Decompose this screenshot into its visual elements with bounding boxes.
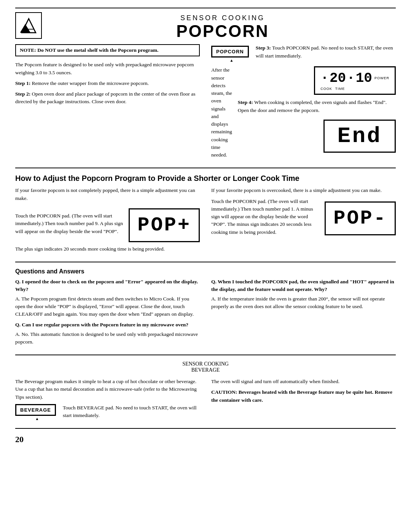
adjust-grid: If your favorite popcorn is not complete… — [15, 187, 396, 256]
beverage-caution: CAUTION: Beverages heated with the Bever… — [211, 388, 396, 404]
title-area: SENSOR COOKING POPCORN — [49, 12, 396, 40]
header: SENSOR COOKING POPCORN — [15, 8, 396, 40]
page-number: 20 — [15, 435, 396, 444]
right-column: POPCORN ▲ Step 3: Touch POPCORN pad. No … — [211, 44, 396, 162]
divider-3 — [15, 355, 396, 355]
adjust-left-detail: Touch the POPCORN pad. (The oven will st… — [15, 212, 123, 235]
adjust-left-note: The plus sign indicates 20 seconds more … — [15, 245, 200, 253]
beverage-left: The Beverage program makes it simple to … — [15, 378, 200, 422]
qa2-question: Q. Can I use regular popcorn with the Po… — [15, 321, 200, 329]
logo-icon — [18, 15, 39, 36]
step1-text: Step 1: Remove the outer wrapper from th… — [15, 80, 200, 87]
step2-text: Step 2: Open oven door and place package… — [15, 90, 200, 106]
end-digits: End — [330, 121, 389, 152]
note-label: NOTE: Do NOT use the metal shelf with th… — [20, 47, 158, 53]
adjust-right-intro: If your favorite popcorn is overcooked, … — [211, 187, 396, 194]
qa3-answer: A. If the temperature inside the oven is… — [211, 295, 396, 311]
bottom-labels: COOK TIME — [320, 87, 389, 91]
logo-box — [15, 12, 42, 39]
pop-plus-display: POP+ — [129, 208, 200, 242]
divider-2 — [15, 262, 396, 262]
beverage-sensor-label: SENSOR COOKING — [15, 361, 396, 367]
qa-section: Questions and Answers Q. I opened the do… — [15, 268, 396, 349]
pop-minus-row: Touch the POPCORN pad. (The oven will st… — [211, 198, 396, 239]
page-title: POPCORN — [49, 22, 396, 40]
power-label: POWER — [374, 76, 389, 80]
digit-10: 10 — [356, 70, 372, 86]
divider-bottom — [15, 428, 396, 429]
step3-area: POPCORN ▲ Step 3: Touch POPCORN pad. No … — [211, 44, 396, 62]
dot1: · — [320, 70, 329, 86]
end-display: End — [323, 120, 396, 153]
beverage-button-area: BEVERAGE ▲ Touch BEVERAGE pad. No need t… — [15, 404, 200, 423]
beverage-section: SENSOR COOKING BEVERAGE The Beverage pro… — [15, 361, 396, 422]
svg-marker-1 — [20, 24, 30, 32]
pop-plus-row: Touch the POPCORN pad. (The oven will st… — [15, 205, 200, 245]
divider-1 — [15, 168, 396, 168]
beverage-arrow: ▲ — [35, 417, 39, 421]
display-column: · 20 · 10 POWER COOK TIME — [238, 66, 396, 155]
qa-left: Q. I opened the door to check on the pop… — [15, 278, 200, 349]
beverage-button-wrap: BEVERAGE ▲ — [15, 404, 59, 421]
sensor-detect-text: After the sensor detects steam, the oven… — [211, 66, 232, 159]
qa2-answer: A. No. This automatic function is design… — [15, 331, 200, 346]
left-column: NOTE: Do NOT use the metal shelf with th… — [15, 44, 200, 162]
beverage-button-text: Touch BEVERAGE pad. No need to touch STA… — [63, 404, 200, 420]
beverage-title-area: SENSOR COOKING BEVERAGE — [15, 361, 396, 373]
qa1-question: Q. I opened the door to check on the pop… — [15, 278, 200, 294]
adjust-right-detail: Touch the POPCORN pad. (The oven will st… — [211, 198, 319, 236]
beverage-right: The oven will signal and turn off automa… — [211, 378, 396, 422]
qa3-question: Q. When I touched the POPCORN pad, the o… — [211, 278, 396, 294]
beverage-intro-right: The oven will signal and turn off automa… — [211, 378, 396, 385]
pop-minus-display: POP- — [325, 201, 396, 235]
sensor-cooking-label: SENSOR COOKING — [49, 14, 396, 22]
step4-area: Step 4: When cooking is completed, the o… — [238, 99, 396, 155]
step4-text: Step 4: When cooking is completed, the o… — [238, 99, 396, 114]
pop-plus-col: If your favorite popcorn is not complete… — [15, 187, 200, 256]
pop-minus-col: If your favorite popcorn is overcooked, … — [211, 187, 396, 256]
sensor-area: After the sensor detects steam, the oven… — [211, 66, 396, 162]
adjust-section: How to Adjust the Popcorn Program to Pro… — [15, 174, 396, 256]
beverage-button[interactable]: BEVERAGE — [15, 404, 56, 416]
popcorn-arrow: ▲ — [229, 58, 233, 62]
popcorn-button-area: POPCORN ▲ — [211, 46, 252, 62]
main-content: NOTE: Do NOT use the metal shelf with th… — [15, 44, 396, 162]
beverage-grid: The Beverage program makes it simple to … — [15, 378, 396, 422]
adjust-left-intro: If your favorite popcorn is not complete… — [15, 187, 200, 202]
popcorn-button[interactable]: POPCORN — [211, 46, 249, 58]
qa-heading: Questions and Answers — [15, 268, 396, 275]
step3-text: Step 3: Touch POPCORN pad. No need to to… — [256, 44, 396, 60]
qa-right: Q. When I touched the POPCORN pad, the o… — [211, 278, 396, 349]
dot2: · — [347, 70, 355, 86]
digit-20: 20 — [330, 70, 346, 86]
beverage-intro-left: The Beverage program makes it simple to … — [15, 378, 200, 401]
qa-grid: Q. I opened the door to check on the pop… — [15, 278, 396, 349]
time-display: · 20 · 10 POWER COOK TIME — [314, 66, 396, 95]
intro-text: The Popcorn feature is designed to be us… — [15, 61, 200, 77]
adjust-heading: How to Adjust the Popcorn Program to Pro… — [15, 174, 396, 183]
digits-line: · 20 · 10 POWER — [320, 70, 389, 86]
qa1-answer: A. The Popcorn program first detects ste… — [15, 295, 200, 318]
beverage-title: BEVERAGE — [15, 367, 396, 373]
note-box: NOTE: Do NOT use the metal shelf with th… — [15, 44, 200, 56]
